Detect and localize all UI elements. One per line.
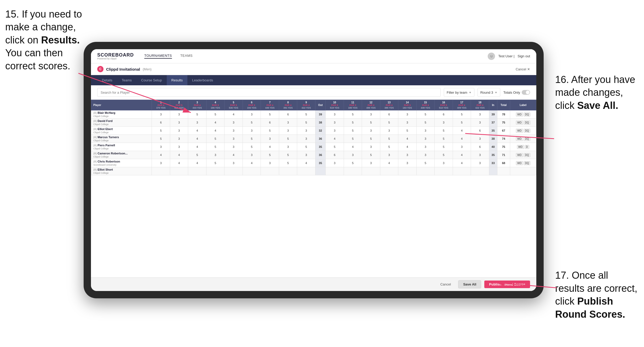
score-hole-3[interactable]: 5 [188,151,206,159]
score-hole-8[interactable]: 3 [279,143,297,151]
score-hole-16[interactable]: 3 [435,159,453,167]
score-hole-15[interactable]: 3 [416,143,435,151]
score-hole-1[interactable]: 6 [152,119,170,127]
score-hole-9[interactable]: 3 [297,127,315,135]
score-hole-13[interactable]: 3 [380,151,398,159]
score-hole-3[interactable]: 4 [188,127,206,135]
score-hole-16[interactable]: 5 [435,151,453,159]
score-hole-1[interactable]: 4 [152,151,170,159]
score-hole-5[interactable]: 4 [225,110,243,119]
score-hole-8[interactable]: 3 [279,119,297,127]
tab-results[interactable]: Results [167,75,187,85]
score-hole-16[interactable]: 5 [435,143,453,151]
score-hole-4[interactable]: 4 [206,119,225,127]
tab-details[interactable]: Details [97,75,117,85]
score-hole-1[interactable]: 5 [152,135,170,143]
score-hole-6[interactable]: 3 [243,151,261,159]
score-hole-7[interactable]: 5 [261,110,279,119]
score-hole-11[interactable]: 5 [344,119,362,127]
wd-button[interactable]: WD [517,145,524,149]
score-hole-7[interactable]: 5 [261,151,279,159]
score-hole-1[interactable] [152,167,170,175]
save-all-button[interactable]: Save All [458,280,481,288]
wd-button[interactable]: WD [516,153,523,157]
score-hole-16[interactable]: 3 [435,119,453,127]
score-hole-4[interactable]: 5 [206,143,225,151]
score-hole-4[interactable]: 4 [206,127,225,135]
wd-button[interactable]: WD [516,161,523,165]
score-hole-9[interactable]: 4 [297,159,315,167]
score-hole-2[interactable]: 3 [170,143,188,151]
score-hole-17[interactable]: 4 [453,159,471,167]
score-hole-7[interactable]: 5 [261,127,279,135]
cancel-tournament-button[interactable]: Cancel ✕ [516,67,530,71]
wd-button[interactable]: WD [516,121,523,125]
score-hole-13[interactable]: 4 [380,159,398,167]
score-hole-12[interactable]: 3 [362,159,380,167]
score-hole-2[interactable]: 3 [170,119,188,127]
score-hole-12[interactable]: 5 [362,119,380,127]
dq-button[interactable]: DQ [524,113,530,116]
score-hole-6[interactable]: 4 [243,159,261,167]
cancel-button[interactable]: Cancel [436,281,455,288]
dq-button[interactable]: DQ [524,137,530,141]
score-hole-15[interactable]: 5 [416,110,435,119]
score-hole-10[interactable]: 3 [326,127,344,135]
score-hole-1[interactable]: 3 [152,110,170,119]
score-hole-13[interactable]: 3 [380,127,398,135]
score-hole-3[interactable]: 4 [188,143,206,151]
score-hole-15[interactable]: 5 [416,119,435,127]
score-hole-11[interactable]: 3 [344,151,362,159]
tab-leaderboards[interactable]: Leaderboards [187,75,218,85]
score-hole-12[interactable]: 5 [362,151,380,159]
score-hole-10[interactable]: 3 [326,119,344,127]
score-hole-9[interactable]: 5 [297,143,315,151]
score-hole-4[interactable]: 5 [206,135,225,143]
score-hole-2[interactable]: 3 [170,110,188,119]
score-hole-8[interactable]: 5 [279,159,297,167]
score-hole-5[interactable] [225,167,243,175]
score-hole-6[interactable]: 5 [243,119,261,127]
score-hole-2[interactable]: 3 [170,135,188,143]
score-hole-9[interactable]: 5 [297,119,315,127]
score-hole-5[interactable]: 4 [225,151,243,159]
score-hole-18[interactable]: 6 [471,127,489,135]
score-hole-3[interactable]: 3 [188,119,206,127]
score-hole-18[interactable]: 3 [471,110,489,119]
score-hole-6[interactable]: 5 [243,143,261,151]
score-hole-8[interactable] [279,167,297,175]
score-hole-17[interactable]: 3 [453,143,471,151]
score-hole-10[interactable]: 5 [326,143,344,151]
score-hole-10[interactable]: 6 [326,151,344,159]
score-hole-7[interactable] [261,167,279,175]
score-hole-10[interactable]: 3 [326,159,344,167]
score-hole-7[interactable]: 3 [261,159,279,167]
score-hole-14[interactable] [398,167,417,175]
score-hole-3[interactable] [188,167,206,175]
filter-by-team-dropdown[interactable]: Filter by team ▼ [444,88,474,97]
score-hole-15[interactable]: 5 [416,159,435,167]
score-hole-15[interactable]: 3 [416,135,435,143]
dq-button[interactable]: D [525,145,529,149]
score-hole-9[interactable]: 5 [297,110,315,119]
score-hole-9[interactable] [297,167,315,175]
score-hole-18[interactable]: 3 [471,119,489,127]
score-hole-4[interactable] [206,167,225,175]
score-hole-12[interactable]: 3 [362,127,380,135]
score-hole-4[interactable]: 3 [206,151,225,159]
score-hole-11[interactable]: 4 [344,143,362,151]
score-hole-10[interactable] [326,167,344,175]
score-hole-10[interactable]: 3 [326,110,344,119]
score-hole-14[interactable]: 5 [398,127,417,135]
score-hole-2[interactable]: 4 [170,159,188,167]
score-hole-18[interactable]: 3 [471,135,489,143]
score-hole-6[interactable]: 3 [243,110,261,119]
score-hole-12[interactable] [362,167,380,175]
score-hole-1[interactable]: 3 [152,143,170,151]
score-hole-16[interactable]: 6 [435,110,453,119]
score-hole-18[interactable] [471,167,489,175]
score-hole-9[interactable]: 3 [297,151,315,159]
score-hole-14[interactable]: 3 [398,110,417,119]
score-hole-6[interactable]: 5 [243,135,261,143]
score-hole-8[interactable]: 5 [279,135,297,143]
